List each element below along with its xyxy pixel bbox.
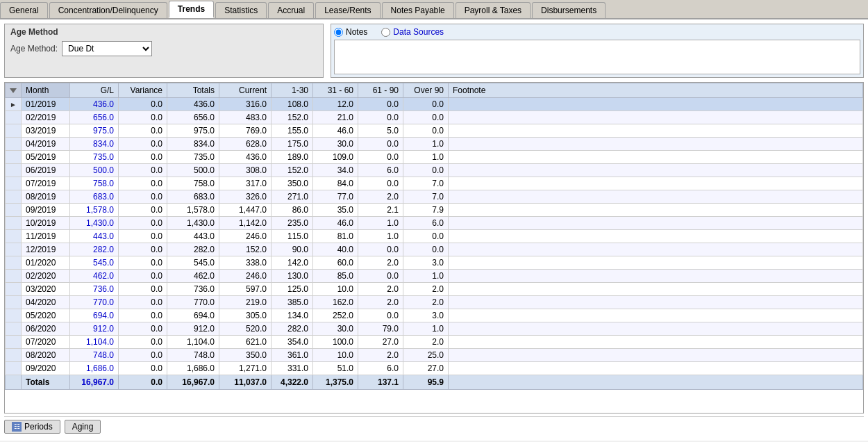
cell-gl: 770.0 — [70, 296, 119, 309]
header-month[interactable]: Month — [22, 83, 70, 98]
tab-disbursements[interactable]: Disbursements — [532, 2, 606, 18]
cell-variance: 0.0 — [119, 309, 167, 322]
cell-sixtyone_ninety: 0.0 — [358, 111, 403, 124]
cell-thirtyone_sixty: 40.0 — [313, 243, 358, 256]
row-arrow — [6, 190, 22, 204]
notes-radio-label: Notes — [346, 27, 367, 37]
tab-general[interactable]: General — [0, 2, 48, 18]
cell-footnote — [449, 190, 863, 204]
row-arrow — [6, 138, 22, 151]
cell-one_thirty: 354.0 — [272, 336, 313, 349]
cell-totals: 282.0 — [167, 243, 219, 256]
cell-current: 316.0 — [219, 98, 272, 111]
table-row[interactable]: 07/20201,104.00.01,104.0621.0354.0100.02… — [6, 336, 863, 349]
cell-footnote — [449, 177, 863, 190]
cell-footnote — [449, 336, 863, 349]
table-row[interactable]: 07/2019758.00.0758.0317.0350.084.00.07.0 — [6, 177, 863, 190]
totals-current: 11,037.0 — [219, 375, 272, 390]
table-row[interactable]: 04/2020770.00.0770.0219.0385.0162.02.02.… — [6, 296, 863, 309]
table-row[interactable]: 06/2019500.00.0500.0308.0152.034.06.00.0 — [6, 164, 863, 177]
cell-gl: 462.0 — [70, 270, 119, 283]
table-row[interactable]: 09/20201,686.00.01,686.01,271.0331.051.0… — [6, 362, 863, 375]
cell-variance: 0.0 — [119, 349, 167, 362]
table-row[interactable]: 08/2019683.00.0683.0326.0271.077.02.07.0 — [6, 190, 863, 204]
header-gl[interactable]: G/L — [70, 83, 119, 98]
cell-gl: 436.0 — [70, 98, 119, 111]
table-row[interactable]: 11/2019443.00.0443.0246.0115.081.01.00.0 — [6, 230, 863, 243]
cell-one_thirty: 115.0 — [272, 230, 313, 243]
header-variance[interactable]: Variance — [119, 83, 167, 98]
table-row[interactable]: 09/20191,578.00.01,578.01,447.086.035.02… — [6, 204, 863, 217]
cell-sixtyone_ninety: 2.0 — [358, 349, 403, 362]
tab-lease-rents[interactable]: Lease/Rents — [315, 2, 380, 18]
cell-totals: 975.0 — [167, 124, 219, 138]
cell-current: 520.0 — [219, 322, 272, 336]
table-body: ►01/2019436.00.0436.0316.0108.012.00.00.… — [6, 98, 863, 375]
tab-trends[interactable]: Trends — [169, 1, 214, 18]
table-row[interactable]: ►01/2019436.00.0436.0316.0108.012.00.00.… — [6, 98, 863, 111]
periods-button[interactable]: ☷ Periods — [4, 420, 60, 434]
table-row[interactable]: 12/2019282.00.0282.0152.090.040.00.00.0 — [6, 243, 863, 256]
totals-31-60: 1,375.0 — [313, 375, 358, 390]
aging-button[interactable]: Aging — [65, 420, 101, 434]
table-row[interactable]: 01/2020545.00.0545.0338.0142.060.02.03.0 — [6, 256, 863, 270]
age-method-title: Age Method — [10, 27, 317, 37]
notes-textarea[interactable] — [334, 40, 860, 74]
notes-radio-input[interactable] — [334, 28, 343, 37]
data-sources-radio-input[interactable] — [381, 28, 390, 37]
header-1-30[interactable]: 1-30 — [272, 83, 313, 98]
table-row[interactable]: 06/2020912.00.0912.0520.0282.030.079.01.… — [6, 322, 863, 336]
tab-notes-payable[interactable]: Notes Payable — [382, 2, 454, 18]
table-container[interactable]: Month G/L Variance Totals Current 1-30 3… — [4, 82, 864, 414]
tab-concentration-delinquency[interactable]: Concentration/Delinquency — [49, 2, 167, 18]
notes-box: Notes Data Sources — [331, 24, 864, 78]
row-arrow — [6, 177, 22, 190]
cell-month: 04/2020 — [22, 296, 70, 309]
table-row[interactable]: 05/2020694.00.0694.0305.0134.0252.00.03.… — [6, 309, 863, 322]
row-arrow — [6, 296, 22, 309]
periods-label: Periods — [24, 422, 53, 432]
header-current[interactable]: Current — [219, 83, 272, 98]
cell-totals: 1,578.0 — [167, 204, 219, 217]
cell-gl: 282.0 — [70, 243, 119, 256]
table-row[interactable]: 03/2019975.00.0975.0769.0155.046.05.00.0 — [6, 124, 863, 138]
table-row[interactable]: 02/2019656.00.0656.0483.0152.021.00.00.0 — [6, 111, 863, 124]
cell-sixtyone_ninety: 2.0 — [358, 190, 403, 204]
table-row[interactable]: 04/2019834.00.0834.0628.0175.030.00.01.0 — [6, 138, 863, 151]
table-row[interactable]: 05/2019735.00.0735.0436.0189.0109.00.01.… — [6, 151, 863, 164]
table-row[interactable]: 08/2020748.00.0748.0350.0361.010.02.025.… — [6, 349, 863, 362]
row-arrow — [6, 217, 22, 230]
cell-one_thirty: 235.0 — [272, 217, 313, 230]
tab-accrual[interactable]: Accrual — [268, 2, 314, 18]
table-row[interactable]: 10/20191,430.00.01,430.01,142.0235.046.0… — [6, 217, 863, 230]
header-61-90[interactable]: 61 - 90 — [358, 83, 403, 98]
header-totals[interactable]: Totals — [167, 83, 219, 98]
row-arrow — [6, 256, 22, 270]
cell-variance: 0.0 — [119, 177, 167, 190]
notes-radio[interactable]: Notes — [334, 27, 367, 37]
cell-over90: 25.0 — [403, 349, 449, 362]
header-31-60[interactable]: 31 - 60 — [313, 83, 358, 98]
table-row[interactable]: 03/2020736.00.0736.0597.0125.010.02.02.0 — [6, 283, 863, 296]
tab-statistics[interactable]: Statistics — [215, 2, 267, 18]
row-arrow — [6, 243, 22, 256]
cell-over90: 0.0 — [403, 98, 449, 111]
age-method-select[interactable]: Due Dt Invoice Dt Ship Dt — [62, 41, 152, 56]
tab-payroll---taxes[interactable]: Payroll & Taxes — [456, 2, 531, 18]
header-over90[interactable]: Over 90 — [403, 83, 449, 98]
cell-totals: 694.0 — [167, 309, 219, 322]
row-arrow — [6, 322, 22, 336]
row-arrow — [6, 309, 22, 322]
cell-totals: 545.0 — [167, 256, 219, 270]
cell-thirtyone_sixty: 12.0 — [313, 98, 358, 111]
cell-current: 621.0 — [219, 336, 272, 349]
cell-month: 03/2020 — [22, 283, 70, 296]
cell-one_thirty: 385.0 — [272, 296, 313, 309]
data-sources-radio[interactable]: Data Sources — [381, 27, 444, 37]
cell-over90: 27.0 — [403, 362, 449, 375]
table-row[interactable]: 02/2020462.00.0462.0246.0130.085.00.01.0 — [6, 270, 863, 283]
cell-variance: 0.0 — [119, 243, 167, 256]
cell-thirtyone_sixty: 46.0 — [313, 124, 358, 138]
header-footnote[interactable]: Footnote — [449, 83, 863, 98]
header-arrow — [6, 83, 22, 98]
